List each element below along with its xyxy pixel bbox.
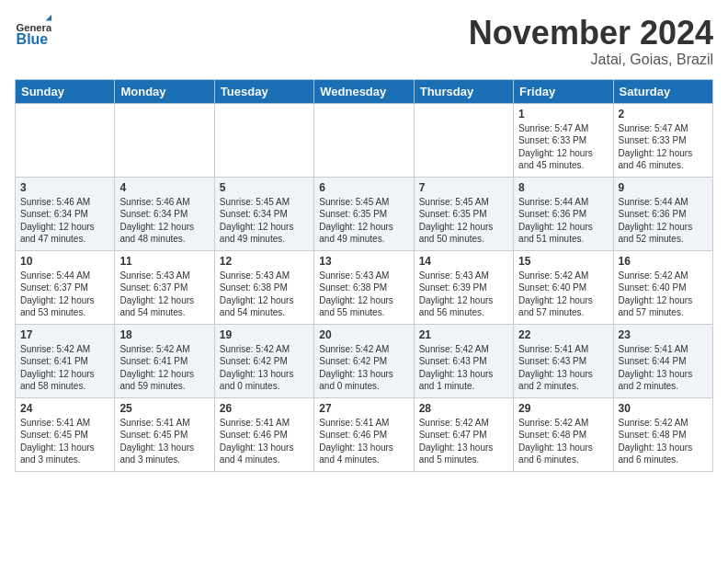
calendar-table: SundayMondayTuesdayWednesdayThursdayFrid… — [15, 79, 713, 472]
calendar-cell: 21Sunrise: 5:42 AM Sunset: 6:43 PM Dayli… — [414, 324, 513, 397]
calendar-cell — [16, 103, 115, 177]
day-of-week-header: Friday — [514, 79, 613, 103]
calendar-cell: 11Sunrise: 5:43 AM Sunset: 6:37 PM Dayli… — [115, 250, 214, 324]
day-number: 17 — [20, 328, 109, 341]
logo-icon: General Blue — [15, 15, 51, 52]
day-info: Sunrise: 5:47 AM Sunset: 6:33 PM Dayligh… — [518, 122, 608, 172]
svg-marker-2 — [46, 15, 51, 20]
day-of-week-header: Tuesday — [214, 79, 313, 103]
day-number: 27 — [319, 402, 408, 415]
day-number: 5 — [220, 181, 309, 194]
day-number: 7 — [419, 181, 508, 194]
month-title: November 2024 — [469, 15, 713, 52]
day-info: Sunrise: 5:45 AM Sunset: 6:34 PM Dayligh… — [220, 196, 309, 246]
calendar-cell: 25Sunrise: 5:41 AM Sunset: 6:45 PM Dayli… — [115, 397, 214, 471]
svg-text:Blue: Blue — [17, 31, 49, 47]
calendar-cell: 23Sunrise: 5:41 AM Sunset: 6:44 PM Dayli… — [613, 324, 712, 397]
day-info: Sunrise: 5:41 AM Sunset: 6:46 PM Dayligh… — [319, 417, 408, 466]
day-info: Sunrise: 5:44 AM Sunset: 6:36 PM Dayligh… — [518, 196, 608, 246]
day-info: Sunrise: 5:43 AM Sunset: 6:38 PM Dayligh… — [319, 270, 408, 319]
day-info: Sunrise: 5:41 AM Sunset: 6:44 PM Dayligh… — [619, 343, 708, 393]
day-number: 12 — [220, 255, 309, 268]
day-number: 28 — [419, 402, 508, 415]
day-info: Sunrise: 5:41 AM Sunset: 6:45 PM Dayligh… — [119, 417, 209, 466]
day-info: Sunrise: 5:42 AM Sunset: 6:41 PM Dayligh… — [20, 343, 109, 393]
day-number: 2 — [619, 108, 708, 121]
calendar-cell — [115, 103, 214, 177]
day-number: 14 — [419, 255, 508, 268]
day-number: 10 — [20, 255, 109, 268]
calendar-cell: 3Sunrise: 5:46 AM Sunset: 6:34 PM Daylig… — [16, 177, 115, 250]
calendar-cell: 12Sunrise: 5:43 AM Sunset: 6:38 PM Dayli… — [214, 250, 313, 324]
calendar-cell: 22Sunrise: 5:41 AM Sunset: 6:43 PM Dayli… — [514, 324, 613, 397]
day-info: Sunrise: 5:42 AM Sunset: 6:40 PM Dayligh… — [518, 270, 608, 319]
day-number: 6 — [319, 181, 408, 194]
day-number: 24 — [20, 402, 109, 415]
day-info: Sunrise: 5:42 AM Sunset: 6:42 PM Dayligh… — [220, 343, 309, 393]
calendar-cell: 26Sunrise: 5:41 AM Sunset: 6:46 PM Dayli… — [214, 397, 313, 471]
calendar-cell: 19Sunrise: 5:42 AM Sunset: 6:42 PM Dayli… — [214, 324, 313, 397]
calendar-cell — [214, 103, 313, 177]
day-number: 21 — [419, 328, 508, 341]
day-number: 23 — [619, 328, 708, 341]
calendar-cell: 7Sunrise: 5:45 AM Sunset: 6:35 PM Daylig… — [414, 177, 513, 250]
day-of-week-header: Wednesday — [314, 79, 414, 103]
day-info: Sunrise: 5:41 AM Sunset: 6:45 PM Dayligh… — [20, 417, 109, 466]
day-info: Sunrise: 5:43 AM Sunset: 6:39 PM Dayligh… — [419, 270, 508, 319]
calendar-cell: 29Sunrise: 5:42 AM Sunset: 6:48 PM Dayli… — [514, 397, 613, 471]
day-number: 15 — [518, 255, 608, 268]
calendar-cell: 9Sunrise: 5:44 AM Sunset: 6:36 PM Daylig… — [613, 177, 712, 250]
day-number: 4 — [119, 181, 209, 194]
day-info: Sunrise: 5:41 AM Sunset: 6:46 PM Dayligh… — [220, 417, 309, 466]
day-info: Sunrise: 5:42 AM Sunset: 6:40 PM Dayligh… — [619, 270, 708, 319]
calendar-cell: 28Sunrise: 5:42 AM Sunset: 6:47 PM Dayli… — [414, 397, 513, 471]
calendar-cell: 8Sunrise: 5:44 AM Sunset: 6:36 PM Daylig… — [514, 177, 613, 250]
day-info: Sunrise: 5:45 AM Sunset: 6:35 PM Dayligh… — [319, 196, 408, 246]
day-info: Sunrise: 5:46 AM Sunset: 6:34 PM Dayligh… — [20, 196, 109, 246]
day-info: Sunrise: 5:42 AM Sunset: 6:48 PM Dayligh… — [619, 417, 708, 466]
location: Jatai, Goias, Brazil — [469, 52, 713, 68]
calendar-cell — [314, 103, 414, 177]
day-of-week-header: Monday — [115, 79, 214, 103]
day-number: 1 — [518, 108, 608, 121]
calendar-cell: 5Sunrise: 5:45 AM Sunset: 6:34 PM Daylig… — [214, 177, 313, 250]
calendar-cell: 6Sunrise: 5:45 AM Sunset: 6:35 PM Daylig… — [314, 177, 414, 250]
calendar-cell: 1Sunrise: 5:47 AM Sunset: 6:33 PM Daylig… — [514, 103, 613, 177]
day-number: 11 — [119, 255, 209, 268]
day-info: Sunrise: 5:42 AM Sunset: 6:42 PM Dayligh… — [319, 343, 408, 393]
calendar-cell: 15Sunrise: 5:42 AM Sunset: 6:40 PM Dayli… — [514, 250, 613, 324]
day-info: Sunrise: 5:44 AM Sunset: 6:37 PM Dayligh… — [20, 270, 109, 319]
day-number: 25 — [119, 402, 209, 415]
day-number: 3 — [20, 181, 109, 194]
day-info: Sunrise: 5:47 AM Sunset: 6:33 PM Dayligh… — [619, 122, 708, 172]
day-number: 16 — [619, 255, 708, 268]
day-number: 22 — [518, 328, 608, 341]
day-number: 30 — [619, 402, 708, 415]
calendar-cell: 30Sunrise: 5:42 AM Sunset: 6:48 PM Dayli… — [613, 397, 712, 471]
day-info: Sunrise: 5:44 AM Sunset: 6:36 PM Dayligh… — [619, 196, 708, 246]
day-of-week-header: Thursday — [414, 79, 513, 103]
calendar-cell: 24Sunrise: 5:41 AM Sunset: 6:45 PM Dayli… — [16, 397, 115, 471]
day-info: Sunrise: 5:42 AM Sunset: 6:48 PM Dayligh… — [518, 417, 608, 466]
calendar-cell: 13Sunrise: 5:43 AM Sunset: 6:38 PM Dayli… — [314, 250, 414, 324]
day-of-week-header: Sunday — [16, 79, 115, 103]
day-info: Sunrise: 5:45 AM Sunset: 6:35 PM Dayligh… — [419, 196, 508, 246]
day-number: 8 — [518, 181, 608, 194]
calendar-cell: 20Sunrise: 5:42 AM Sunset: 6:42 PM Dayli… — [314, 324, 414, 397]
calendar-cell: 4Sunrise: 5:46 AM Sunset: 6:34 PM Daylig… — [115, 177, 214, 250]
day-number: 20 — [319, 328, 408, 341]
calendar-cell: 14Sunrise: 5:43 AM Sunset: 6:39 PM Dayli… — [414, 250, 513, 324]
day-info: Sunrise: 5:43 AM Sunset: 6:38 PM Dayligh… — [220, 270, 309, 319]
calendar-cell: 17Sunrise: 5:42 AM Sunset: 6:41 PM Dayli… — [16, 324, 115, 397]
day-info: Sunrise: 5:41 AM Sunset: 6:43 PM Dayligh… — [518, 343, 608, 393]
day-info: Sunrise: 5:42 AM Sunset: 6:41 PM Dayligh… — [119, 343, 209, 393]
calendar-cell: 18Sunrise: 5:42 AM Sunset: 6:41 PM Dayli… — [115, 324, 214, 397]
calendar-cell: 2Sunrise: 5:47 AM Sunset: 6:33 PM Daylig… — [613, 103, 712, 177]
day-info: Sunrise: 5:43 AM Sunset: 6:37 PM Dayligh… — [119, 270, 209, 319]
calendar-cell: 16Sunrise: 5:42 AM Sunset: 6:40 PM Dayli… — [613, 250, 712, 324]
day-number: 29 — [518, 402, 608, 415]
day-of-week-header: Saturday — [613, 79, 712, 103]
day-info: Sunrise: 5:42 AM Sunset: 6:47 PM Dayligh… — [419, 417, 508, 466]
calendar-cell: 10Sunrise: 5:44 AM Sunset: 6:37 PM Dayli… — [16, 250, 115, 324]
day-number: 26 — [220, 402, 309, 415]
